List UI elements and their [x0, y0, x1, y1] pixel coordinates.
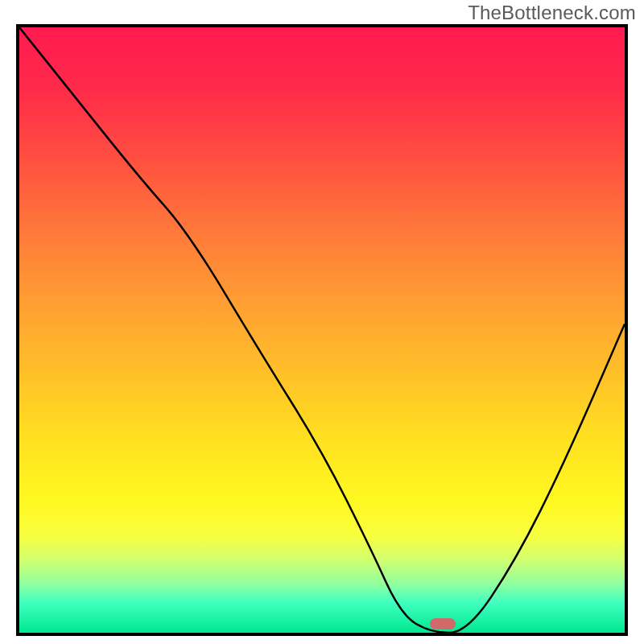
optimal-marker: [430, 618, 456, 630]
curve-layer: [19, 27, 625, 633]
watermark-label: TheBottleneck.com: [468, 2, 636, 24]
bottleneck-curve: [19, 27, 625, 633]
plot-frame: [16, 24, 628, 636]
chart-container: TheBottleneck.com: [0, 0, 644, 644]
